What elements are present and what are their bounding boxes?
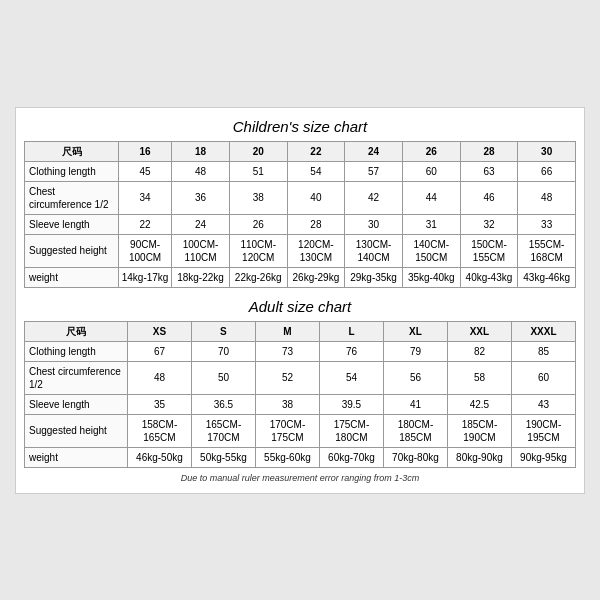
cell-value: 90kg-95kg	[511, 447, 575, 467]
row-label: weight	[25, 447, 128, 467]
cell-value: 51	[229, 161, 287, 181]
cell-value: 120CM-130CM	[287, 234, 345, 267]
cell-value: 185CM-190CM	[447, 414, 511, 447]
cell-value: 50	[191, 361, 255, 394]
cell-value: 40	[287, 181, 345, 214]
cell-value: 45	[119, 161, 172, 181]
cell-value: 54	[319, 361, 383, 394]
cell-value: 18kg-22kg	[172, 267, 230, 287]
column-header: XXXL	[511, 321, 575, 341]
table-row: Sleeve length3536.53839.54142.543	[25, 394, 576, 414]
column-header: 26	[402, 141, 460, 161]
column-header: 尺码	[25, 141, 119, 161]
table-row: weight46kg-50kg50kg-55kg55kg-60kg60kg-70…	[25, 447, 576, 467]
children-chart-title: Children's size chart	[24, 118, 576, 135]
column-header: 20	[229, 141, 287, 161]
cell-value: 42	[345, 181, 403, 214]
table-row: Sleeve length2224262830313233	[25, 214, 576, 234]
cell-value: 36.5	[191, 394, 255, 414]
cell-value: 90CM-100CM	[119, 234, 172, 267]
column-header: XL	[383, 321, 447, 341]
cell-value: 70	[191, 341, 255, 361]
cell-value: 40kg-43kg	[460, 267, 518, 287]
cell-value: 58	[447, 361, 511, 394]
cell-value: 70kg-80kg	[383, 447, 447, 467]
row-label: Clothing length	[25, 161, 119, 181]
cell-value: 48	[127, 361, 191, 394]
cell-value: 60kg-70kg	[319, 447, 383, 467]
cell-value: 170CM-175CM	[255, 414, 319, 447]
table-row: Chest circumference 1/248505254565860	[25, 361, 576, 394]
table-row: Suggested height90CM-100CM100CM-110CM110…	[25, 234, 576, 267]
cell-value: 150CM-155CM	[460, 234, 518, 267]
column-header: M	[255, 321, 319, 341]
cell-value: 26kg-29kg	[287, 267, 345, 287]
column-header: XXL	[447, 321, 511, 341]
cell-value: 55kg-60kg	[255, 447, 319, 467]
size-chart-container: Children's size chart 尺码1618202224262830…	[15, 107, 585, 494]
cell-value: 155CM-168CM	[518, 234, 576, 267]
row-label: Suggested height	[25, 234, 119, 267]
column-header: 24	[345, 141, 403, 161]
cell-value: 33	[518, 214, 576, 234]
column-header: 22	[287, 141, 345, 161]
cell-value: 130CM-140CM	[345, 234, 403, 267]
cell-value: 35	[127, 394, 191, 414]
cell-value: 28	[287, 214, 345, 234]
cell-value: 80kg-90kg	[447, 447, 511, 467]
cell-value: 76	[319, 341, 383, 361]
footer-note: Due to manual ruler measurement error ra…	[24, 473, 576, 483]
cell-value: 56	[383, 361, 447, 394]
cell-value: 180CM-185CM	[383, 414, 447, 447]
table-row: Clothing length67707376798285	[25, 341, 576, 361]
cell-value: 39.5	[319, 394, 383, 414]
cell-value: 31	[402, 214, 460, 234]
row-label: Clothing length	[25, 341, 128, 361]
cell-value: 44	[402, 181, 460, 214]
column-header: S	[191, 321, 255, 341]
cell-value: 43	[511, 394, 575, 414]
cell-value: 63	[460, 161, 518, 181]
cell-value: 22	[119, 214, 172, 234]
row-label: Suggested height	[25, 414, 128, 447]
row-label: weight	[25, 267, 119, 287]
column-header: 28	[460, 141, 518, 161]
cell-value: 66	[518, 161, 576, 181]
cell-value: 26	[229, 214, 287, 234]
children-size-table: 尺码1618202224262830 Clothing length454851…	[24, 141, 576, 288]
cell-value: 48	[518, 181, 576, 214]
cell-value: 35kg-40kg	[402, 267, 460, 287]
cell-value: 22kg-26kg	[229, 267, 287, 287]
row-label: Sleeve length	[25, 214, 119, 234]
cell-value: 29kg-35kg	[345, 267, 403, 287]
cell-value: 79	[383, 341, 447, 361]
adult-header-row: 尺码XSSMLXLXXLXXXL	[25, 321, 576, 341]
row-label: Chest circumference 1/2	[25, 181, 119, 214]
cell-value: 30	[345, 214, 403, 234]
column-header: 18	[172, 141, 230, 161]
column-header: L	[319, 321, 383, 341]
cell-value: 82	[447, 341, 511, 361]
adult-size-table: 尺码XSSMLXLXXLXXXL Clothing length67707376…	[24, 321, 576, 468]
column-header: 尺码	[25, 321, 128, 341]
cell-value: 38	[229, 181, 287, 214]
cell-value: 140CM-150CM	[402, 234, 460, 267]
cell-value: 14kg-17kg	[119, 267, 172, 287]
cell-value: 32	[460, 214, 518, 234]
cell-value: 67	[127, 341, 191, 361]
cell-value: 43kg-46kg	[518, 267, 576, 287]
cell-value: 85	[511, 341, 575, 361]
cell-value: 52	[255, 361, 319, 394]
cell-value: 175CM-180CM	[319, 414, 383, 447]
cell-value: 73	[255, 341, 319, 361]
row-label: Chest circumference 1/2	[25, 361, 128, 394]
cell-value: 54	[287, 161, 345, 181]
cell-value: 46kg-50kg	[127, 447, 191, 467]
adult-chart-title: Adult size chart	[24, 298, 576, 315]
cell-value: 57	[345, 161, 403, 181]
cell-value: 110CM-120CM	[229, 234, 287, 267]
cell-value: 48	[172, 161, 230, 181]
column-header: 30	[518, 141, 576, 161]
cell-value: 50kg-55kg	[191, 447, 255, 467]
cell-value: 158CM-165CM	[127, 414, 191, 447]
